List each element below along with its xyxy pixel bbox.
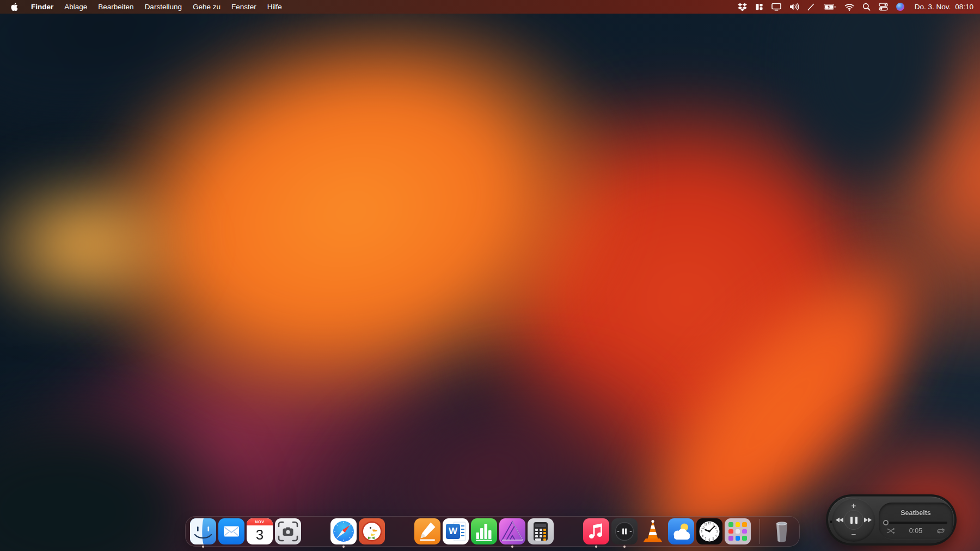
svg-text:2: 2	[715, 526, 717, 529]
elapsed-time: 0:05	[909, 527, 922, 535]
dock-clock[interactable]: 12369 1245 781011	[696, 518, 722, 544]
vlc-icon	[640, 518, 666, 544]
dock-pages[interactable]	[414, 518, 440, 544]
volume-down-button[interactable]: −	[852, 530, 856, 538]
dock-spacer	[303, 518, 328, 544]
dock-trash[interactable]	[769, 518, 795, 544]
clock-icon: 12369 1245 781011	[696, 518, 722, 544]
siri-orb	[896, 3, 904, 11]
svg-text:10: 10	[701, 526, 705, 529]
dock-media-remote[interactable]	[611, 518, 638, 544]
mini-player-screen: Seatbelts 0:05	[879, 503, 953, 540]
svg-text:3: 3	[716, 530, 718, 533]
dock: NOV 3	[185, 516, 800, 547]
calendar-day: 3	[247, 525, 273, 544]
apple-menu[interactable]	[9, 0, 26, 14]
siri-icon[interactable]	[896, 0, 904, 14]
dock-affinity-photo[interactable]	[499, 518, 525, 544]
desktop-wallpaper[interactable]	[0, 0, 980, 551]
svg-text:7: 7	[705, 537, 707, 540]
progress-knob[interactable]	[883, 520, 889, 525]
menu-darstellung[interactable]: Darstellung	[139, 0, 187, 14]
calendar-icon: NOV 3	[247, 518, 273, 544]
clock-time: 08:10	[955, 3, 973, 11]
progress-bar[interactable]	[884, 522, 947, 524]
svg-text:1: 1	[713, 523, 714, 526]
svg-text:12: 12	[708, 522, 711, 525]
dock-separator	[759, 519, 760, 544]
word-letter: W	[446, 524, 460, 539]
dock-spacer	[387, 518, 412, 544]
pages-icon	[414, 518, 440, 544]
dropbox-icon[interactable]	[738, 0, 747, 14]
clock-date: Do. 3. Nov.	[915, 3, 951, 11]
svg-text:5: 5	[713, 537, 714, 540]
menu-bar: Finder Ablage Bearbeiten Darstellung Geh…	[0, 0, 980, 14]
repeat-button[interactable]	[936, 528, 945, 534]
menu-bar-clock[interactable]: Do. 3. Nov. 08:10	[915, 3, 973, 11]
track-title: Seatbelts	[879, 509, 953, 517]
menu-gehe-zu[interactable]: Gehe zu	[187, 0, 226, 14]
menu-hilfe[interactable]: Hilfe	[262, 0, 287, 14]
finder-icon	[190, 518, 216, 544]
calculator-icon	[528, 518, 554, 544]
word-icon: W	[443, 518, 469, 544]
dock-duckduckgo[interactable]	[359, 518, 385, 544]
mini-player-pad: + −	[832, 498, 875, 542]
dock-screenshot[interactable]	[275, 518, 301, 544]
apple-icon	[11, 2, 19, 11]
numbers-icon	[471, 518, 497, 544]
menu-bar-left: Finder Ablage Bearbeiten Darstellung Geh…	[9, 0, 287, 14]
dock-finder[interactable]	[190, 518, 216, 544]
wifi-icon[interactable]	[844, 0, 854, 14]
dock-calculator[interactable]	[528, 518, 554, 544]
svg-text:9: 9	[701, 530, 703, 533]
volume-icon[interactable]	[789, 0, 799, 14]
svg-text:8: 8	[702, 534, 704, 537]
mail-icon	[218, 518, 244, 544]
dock-word[interactable]: W	[443, 518, 469, 544]
affinity-photo-icon	[499, 518, 525, 544]
shuffle-button[interactable]	[886, 528, 895, 534]
search-icon[interactable]	[862, 0, 871, 14]
window-manager-icon[interactable]	[755, 0, 763, 14]
launchpad-icon	[725, 518, 751, 544]
menu-bearbeiten[interactable]: Bearbeiten	[93, 0, 139, 14]
mini-player: + − Seatbelts	[826, 494, 957, 546]
duckduckgo-icon	[359, 518, 385, 544]
dock-spacer	[556, 518, 581, 544]
safari-icon	[330, 518, 357, 544]
trash-icon	[769, 518, 795, 544]
dock-mail[interactable]	[218, 518, 244, 544]
battery-charging-icon[interactable]	[823, 0, 836, 14]
status-bar: Do. 3. Nov. 08:10	[738, 0, 973, 14]
svg-text:6: 6	[709, 538, 710, 541]
weather-icon	[668, 518, 694, 544]
screenshot-icon	[275, 518, 301, 544]
play-pause-button[interactable]	[844, 510, 863, 530]
svg-text:4: 4	[715, 534, 717, 537]
svg-text:11: 11	[704, 523, 707, 526]
display-mirroring-icon[interactable]	[771, 0, 781, 14]
stylus-icon[interactable]	[807, 0, 815, 14]
dock-launchpad[interactable]	[725, 518, 751, 544]
dock-vlc[interactable]	[640, 518, 666, 544]
dock-calendar[interactable]: NOV 3	[247, 518, 273, 544]
volume-up-button[interactable]: +	[852, 501, 856, 510]
dock-safari[interactable]	[330, 518, 357, 544]
media-remote-icon	[611, 518, 638, 544]
next-track-button[interactable]	[863, 517, 872, 523]
previous-track-button[interactable]	[836, 517, 844, 523]
calendar-month: NOV	[247, 518, 273, 525]
menu-app-name[interactable]: Finder	[26, 0, 59, 14]
music-icon	[583, 518, 609, 544]
dock-numbers[interactable]	[471, 518, 497, 544]
menu-fenster[interactable]: Fenster	[226, 0, 262, 14]
desktop: Finder Ablage Bearbeiten Darstellung Geh…	[0, 0, 980, 551]
menu-ablage[interactable]: Ablage	[59, 0, 93, 14]
dock-weather[interactable]	[668, 518, 694, 544]
calculator-body	[534, 522, 548, 541]
control-center-icon[interactable]	[879, 0, 888, 14]
dock-music[interactable]	[583, 518, 609, 544]
